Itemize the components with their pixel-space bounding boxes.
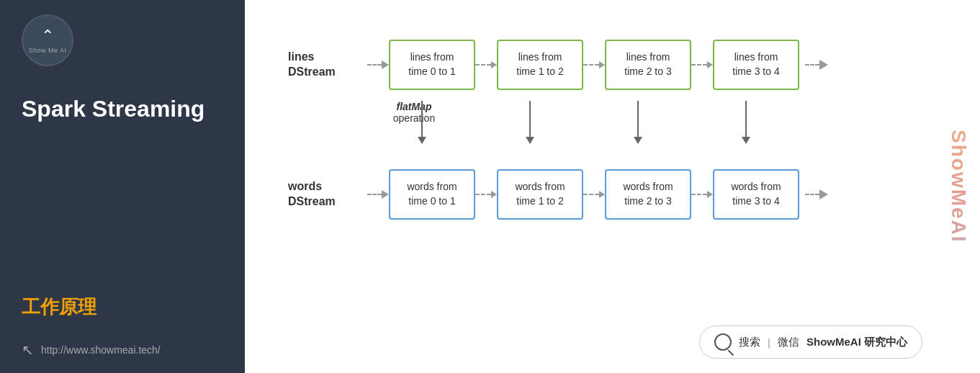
logo-circle: ⌃ Show Me AI bbox=[22, 14, 73, 66]
flatmap-label: flatMap operation bbox=[371, 101, 457, 124]
sidebar: ⌃ Show Me AI Spark Streaming 工作原理 ↖ http… bbox=[0, 0, 245, 373]
words-dstream-row: words DStream words fromtime 0 to 1 word… bbox=[288, 158, 966, 230]
logo-text: Show Me AI bbox=[28, 47, 66, 54]
subtitle: 工作原理 bbox=[22, 295, 223, 320]
content-area: ShowMeAI lines DStream lines fromtime 0 … bbox=[245, 0, 980, 373]
connector-3 bbox=[691, 61, 713, 68]
lines-box-1: lines fromtime 1 to 2 bbox=[497, 40, 583, 90]
lines-dstream-row: lines DStream lines fromtime 0 to 1 line… bbox=[288, 29, 966, 101]
end-arrow-words bbox=[805, 189, 828, 199]
words-connector-2 bbox=[583, 191, 605, 198]
diagram: lines DStream lines fromtime 0 to 1 line… bbox=[288, 29, 966, 230]
start-arrow-words bbox=[367, 190, 389, 199]
logo-icon: ⌃ bbox=[41, 27, 54, 45]
lines-box-3: lines fromtime 3 to 4 bbox=[713, 40, 799, 90]
words-box-2: words fromtime 2 to 3 bbox=[605, 169, 691, 220]
flatmap-section: flatMap operation bbox=[367, 101, 966, 158]
vert-arrow-1 bbox=[418, 101, 426, 144]
words-connector-1 bbox=[475, 191, 497, 198]
words-boxes-row: words fromtime 0 to 1 words fromtime 1 t… bbox=[389, 169, 966, 220]
search-icon bbox=[714, 333, 732, 351]
lines-boxes-row: lines fromtime 0 to 1 lines fromtime 1 t… bbox=[389, 40, 966, 90]
end-arrow-lines bbox=[805, 60, 828, 70]
words-box-3: words fromtime 3 to 4 bbox=[713, 169, 799, 220]
footer-url[interactable]: ↖ http://www.showmeai.tech/ bbox=[22, 341, 223, 359]
connector-1 bbox=[475, 61, 497, 68]
wechat-label: 微信 bbox=[778, 336, 799, 349]
vert-arrow-4 bbox=[742, 101, 750, 144]
words-box-0: words fromtime 0 to 1 bbox=[389, 169, 475, 220]
info-box: 搜索 | 微信 ShowMeAI 研究中心 bbox=[699, 325, 922, 359]
words-connector-3 bbox=[691, 191, 713, 198]
vert-arrow-3 bbox=[634, 101, 642, 144]
logo-area: ⌃ Show Me AI bbox=[22, 14, 223, 66]
connector-2 bbox=[583, 61, 605, 68]
search-label: 搜索 bbox=[739, 336, 760, 349]
lines-dstream-label: lines DStream bbox=[288, 50, 367, 80]
title-section: Spark Streaming bbox=[22, 95, 223, 122]
main-title: Spark Streaming bbox=[22, 95, 223, 122]
cursor-icon: ↖ bbox=[22, 341, 34, 359]
lines-box-0: lines fromtime 0 to 1 bbox=[389, 40, 475, 90]
lines-box-2: lines fromtime 2 to 3 bbox=[605, 40, 691, 90]
url-text: http://www.showmeai.tech/ bbox=[41, 344, 161, 356]
start-arrow-lines bbox=[367, 60, 389, 69]
vert-arrow-2 bbox=[526, 101, 534, 144]
words-dstream-label: words DStream bbox=[288, 179, 367, 210]
brand-text: ShowMeAI 研究中心 bbox=[806, 336, 907, 349]
words-box-1: words fromtime 1 to 2 bbox=[497, 169, 583, 220]
divider: | bbox=[768, 336, 770, 349]
